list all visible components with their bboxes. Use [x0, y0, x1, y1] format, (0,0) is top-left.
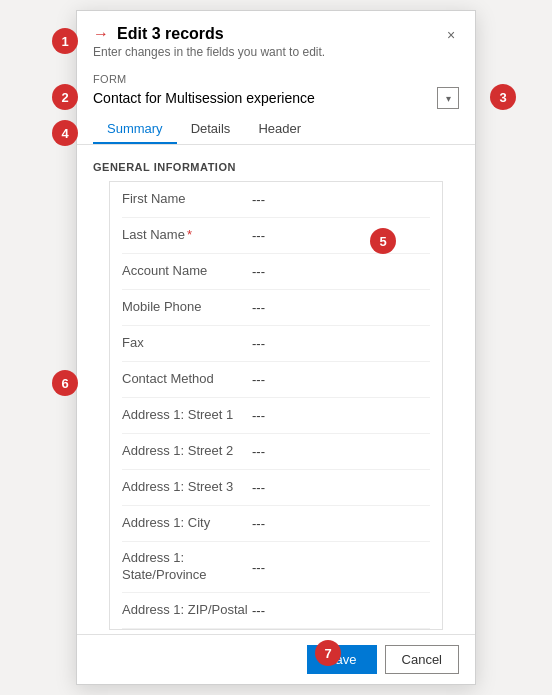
field-label-first-name: First Name — [122, 191, 252, 208]
tab-header[interactable]: Header — [244, 115, 315, 144]
field-address-zip: Address 1: ZIP/Postal --- — [122, 593, 430, 629]
field-value-contact-method: --- — [252, 372, 430, 387]
dialog-header: × → Edit 3 records Enter changes in the … — [77, 11, 475, 67]
field-address-state: Address 1: State/Province --- — [122, 542, 430, 593]
field-label-address-street2: Address 1: Street 2 — [122, 443, 252, 460]
field-label-last-name: Last Name* — [122, 227, 252, 244]
field-address-street2: Address 1: Street 2 --- — [122, 434, 430, 470]
dialog-title: → Edit 3 records — [93, 25, 459, 43]
page-wrapper: 1 2 3 4 5 6 7 × → Edit 3 records Enter c… — [0, 0, 552, 695]
tab-header-label: Header — [258, 121, 301, 136]
field-label-fax: Fax — [122, 335, 252, 352]
field-value-address-zip: --- — [252, 603, 430, 618]
field-value-account-name: --- — [252, 264, 430, 279]
required-indicator: * — [187, 227, 192, 242]
field-value-address-street2: --- — [252, 444, 430, 459]
dialog-subtitle: Enter changes in the fields you want to … — [93, 45, 459, 59]
cancel-button[interactable]: Cancel — [385, 645, 459, 674]
field-address-street1: Address 1: Street 1 --- — [122, 398, 430, 434]
annotation-4: 4 — [52, 120, 78, 146]
field-label-address-street1: Address 1: Street 1 — [122, 407, 252, 424]
form-label: Form — [93, 73, 459, 85]
field-label-address-city: Address 1: City — [122, 515, 252, 532]
field-label-address-zip: Address 1: ZIP/Postal — [122, 602, 252, 619]
field-label-account-name: Account Name — [122, 263, 252, 280]
field-mobile-phone: Mobile Phone --- — [122, 290, 430, 326]
form-value: Contact for Multisession experience — [93, 90, 433, 106]
field-value-address-street1: --- — [252, 408, 430, 423]
close-button[interactable]: × — [439, 23, 463, 47]
annotation-6: 6 — [52, 370, 78, 396]
field-value-mobile-phone: --- — [252, 300, 430, 315]
tab-details-label: Details — [191, 121, 231, 136]
field-label-address-street3: Address 1: Street 3 — [122, 479, 252, 496]
field-value-address-street3: --- — [252, 480, 430, 495]
field-first-name: First Name --- — [122, 182, 430, 218]
dialog-footer: Save Cancel — [77, 634, 475, 684]
form-dropdown-button[interactable]: ▾ — [437, 87, 459, 109]
tab-summary[interactable]: Summary — [93, 115, 177, 144]
field-account-name: Account Name --- — [122, 254, 430, 290]
field-value-fax: --- — [252, 336, 430, 351]
tab-summary-label: Summary — [107, 121, 163, 136]
content-area: GENERAL INFORMATION First Name --- Last … — [77, 149, 475, 630]
section-header: GENERAL INFORMATION — [93, 149, 459, 181]
field-contact-method: Contact Method --- — [122, 362, 430, 398]
field-value-address-city: --- — [252, 516, 430, 531]
save-button[interactable]: Save — [307, 645, 377, 674]
edit-dialog: × → Edit 3 records Enter changes in the … — [76, 10, 476, 685]
field-value-address-state: --- — [252, 560, 430, 575]
field-fax: Fax --- — [122, 326, 430, 362]
field-value-first-name: --- — [252, 192, 430, 207]
form-section: Form Contact for Multisession experience… — [77, 67, 475, 109]
annotation-1: 1 — [52, 28, 78, 54]
field-address-street3: Address 1: Street 3 --- — [122, 470, 430, 506]
field-label-mobile-phone: Mobile Phone — [122, 299, 252, 316]
chevron-down-icon: ▾ — [446, 93, 451, 104]
fields-container: First Name --- Last Name* --- Account Na… — [109, 181, 443, 630]
title-text: Edit 3 records — [117, 25, 224, 43]
title-arrow: → — [93, 25, 109, 43]
form-select-row: Contact for Multisession experience ▾ — [93, 87, 459, 109]
field-value-last-name: --- — [252, 228, 430, 243]
annotation-2: 2 — [52, 84, 78, 110]
field-last-name: Last Name* --- — [122, 218, 430, 254]
tab-details[interactable]: Details — [177, 115, 245, 144]
field-label-contact-method: Contact Method — [122, 371, 252, 388]
annotation-3: 3 — [490, 84, 516, 110]
tabs-row: Summary Details Header — [77, 115, 475, 145]
field-address-city: Address 1: City --- — [122, 506, 430, 542]
field-label-address-state: Address 1: State/Province — [122, 550, 252, 584]
